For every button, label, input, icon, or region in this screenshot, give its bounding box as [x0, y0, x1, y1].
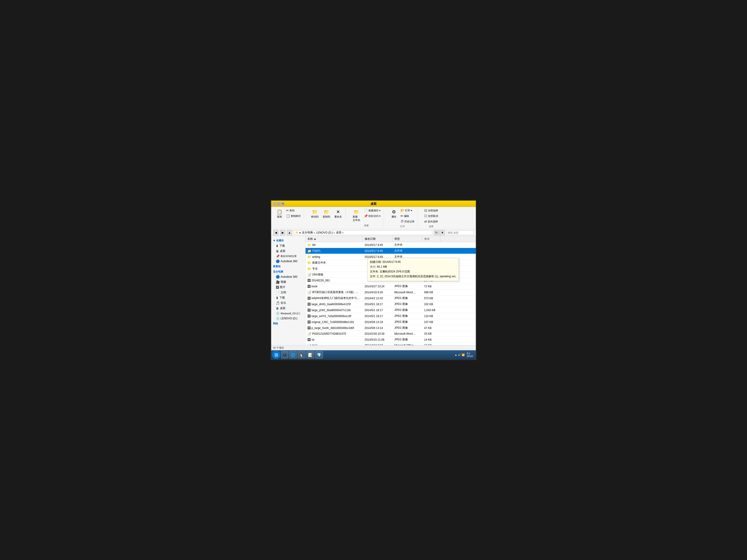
table-row[interactable]: 🖼 sb 2014/5/15 21:06 JPEG 图像 14 KB: [306, 337, 476, 343]
col-header-date[interactable]: 修改日期: [363, 236, 392, 242]
table-row[interactable]: 📝 iBT新托福口语真题答案集（3.0版）【无... 2014/4/18 8:2…: [306, 289, 476, 295]
sidebar-item-d-drive[interactable]: 💿 LENOVO (D:): [271, 316, 305, 321]
doc-icon: 📝: [307, 273, 311, 276]
taskbar-word[interactable]: 📝: [306, 351, 314, 358]
deselect-all-button[interactable]: ☐ 全部取消: [423, 213, 439, 218]
taskbar: ⊞ 🗂 🌐 🐧 📝 💎 ▲ 🔊 📶 8:1 2014/: [271, 350, 476, 359]
sidebar-item-recent[interactable]: 📌 最近访问的位置: [271, 254, 305, 259]
history-button[interactable]: ⏱ 历史记录: [400, 219, 416, 224]
ribbon: 📋 复制 ✂ 剪切 📋 复制路径: [271, 207, 476, 229]
new-folder-icon: 📁: [354, 209, 359, 215]
cut-icon: ✂: [286, 209, 289, 212]
ribbon-col-cut: ✂ 剪切 📋 复制路径: [285, 208, 302, 218]
open-button[interactable]: 📂 打开 ▾: [400, 208, 416, 213]
rename-button[interactable]: ✕ 重命名: [333, 208, 343, 220]
file-list-header: 名称 ▲ 修改日期 类型 大小: [306, 236, 476, 242]
sidebar-item-music[interactable]: 🎵 音乐: [271, 300, 305, 305]
invert-selection-button[interactable]: ⇄ 反向选择: [423, 219, 439, 224]
tooltip-date-label: 创建日期:: [370, 260, 382, 264]
tooltip-size-value: 40.1 MB: [377, 265, 387, 268]
sidebar-favorites-header[interactable]: ★ 收藏夹: [271, 238, 305, 243]
sidebar-item-pictures[interactable]: 🖼 图片: [271, 285, 305, 290]
sidebar-item-autodesk[interactable]: 🔵 Autodesk 360: [271, 274, 305, 279]
table-row[interactable]: 📁 IW 2014/5/17 9:45 文件夹: [306, 242, 476, 248]
start-button[interactable]: ⊞: [272, 351, 280, 359]
table-row[interactable]: 📁 TOEFL 2014/5/17 9:45 文件夹: [306, 248, 476, 254]
folder-icon: 📁: [307, 255, 311, 259]
ribbon-open-buttons: ⚙ 属性 📂 打开 ▾ ✏ 编辑 ⏱: [389, 208, 416, 224]
ribbon-new-buttons: 📁 新建文件夹 📄 新建项目 ▾ 📌 轻松访问 ▾: [351, 208, 382, 223]
col-header-name[interactable]: 名称 ▲: [306, 236, 363, 242]
taskbar-chrome[interactable]: 🌐: [289, 351, 297, 358]
move-to-button[interactable]: 📁 移动到: [309, 208, 320, 220]
new-item-button[interactable]: 📄 新建项目 ▾: [363, 208, 382, 213]
easy-access-button[interactable]: 📌 轻松访问 ▾: [363, 213, 382, 218]
edit-button[interactable]: ✏ 编辑: [400, 213, 416, 218]
download-icon: ⬇: [276, 244, 279, 248]
tooltip-row-date: 创建日期: 2014/5/17 9:45: [370, 260, 456, 264]
sidebar-item-desktop2[interactable]: 🖥 桌面: [271, 305, 305, 311]
properties-button[interactable]: ⚙ 属性: [389, 208, 398, 220]
table-row[interactable]: 🖼 large_dHIG_0aa6000066e4125f 2014/5/1 1…: [306, 301, 476, 307]
col-header-type[interactable]: 类型: [392, 236, 422, 242]
sidebar-item-autodesk-fav[interactable]: 🔵 Autodesk 360: [271, 259, 305, 264]
taskbar-clock: 8:1 2014/: [467, 352, 473, 357]
sidebar-item-c-drive[interactable]: 💿 Windows8_OS (C:): [271, 311, 305, 316]
desktop-icon: 🖥: [276, 249, 279, 253]
table-row[interactable]: 📊 tpo1 2014/4/24 0:02 Microsoft Office..…: [306, 343, 476, 345]
invert-icon: ⇄: [424, 220, 427, 223]
close-button[interactable]: ✕: [281, 202, 284, 206]
new-folder-button[interactable]: 📁 新建文件夹: [351, 208, 362, 223]
desktop2-icon: 🖥: [276, 306, 279, 310]
taskbar-file-explorer[interactable]: 🗂: [281, 351, 288, 358]
taskbar-qq[interactable]: 🐧: [298, 351, 306, 358]
table-row[interactable]: 🖼 book 2014/3/27 23:24 JPEG 图像 72 KB: [306, 284, 476, 289]
forward-button[interactable]: ▶: [280, 230, 285, 235]
copy-to-button[interactable]: 📁 复制到: [321, 208, 332, 220]
sidebar-item-documents[interactable]: 📄 文档: [271, 290, 305, 295]
taskbar-app[interactable]: 💎: [315, 351, 323, 358]
table-row[interactable]: 🖼 p_large_Go0h_3b61000046bc2d0f 2014/5/8…: [306, 325, 476, 331]
img-icon: 🖼: [307, 326, 311, 330]
sidebar-network-header[interactable]: 网络: [271, 321, 305, 326]
move-icon: 📁: [312, 209, 318, 215]
table-row[interactable]: 🖼 original_2J5C_7c0000000d8e1191 2014/5/…: [306, 319, 476, 325]
breadcrumb-sep1: ▸: [300, 231, 301, 234]
breadcrumb-drive[interactable]: LENOVO (D:): [316, 231, 333, 234]
recent-icon: 📌: [276, 255, 280, 258]
easy-access-icon: 📌: [364, 214, 368, 218]
img-icon: 🖼: [307, 296, 311, 300]
table-row[interactable]: 📝 P020121009377428831570 2014/2/28 10:29…: [306, 331, 476, 337]
ribbon-group-new: 📁 新建文件夹 📄 新建项目 ▾ 📌 轻松访问 ▾ 新: [349, 208, 384, 227]
minimize-button[interactable]: ─: [273, 202, 276, 206]
taskbar-time: 8:1: [467, 352, 473, 355]
select-all-icon: ☑: [424, 209, 427, 212]
sidebar-item-downloads[interactable]: ⬇ 下载: [271, 295, 305, 300]
tooltip-row-files: 文件: 2, 22, 2014.5托福独立作文预测机经及思路解析 (1), sp…: [370, 274, 456, 278]
up-button[interactable]: ▲: [287, 230, 292, 235]
back-button[interactable]: ◀: [273, 230, 279, 235]
refresh-button[interactable]: ↻: [434, 230, 439, 235]
col-header-size[interactable]: 大小: [422, 236, 441, 242]
sidebar-thispc-header[interactable]: 这台电脑: [271, 269, 305, 274]
breadcrumb[interactable]: 📁 ▸ 这台电脑 ▸ LENOVO (D:) ▸ 桌面 ▸: [293, 230, 432, 235]
select-all-button[interactable]: ☑ 全部选择: [423, 208, 439, 213]
view-options-button[interactable]: ▼: [440, 230, 445, 235]
copy-path-icon: 📋: [286, 214, 290, 218]
breadcrumb-desktop[interactable]: 桌面: [336, 231, 341, 235]
sidebar-item-desktop[interactable]: 🖥 桌面: [271, 248, 305, 254]
breadcrumb-this-pc[interactable]: 这台电脑: [302, 231, 313, 235]
copy-path-button[interactable]: 📋 复制路径: [285, 213, 302, 218]
table-row[interactable]: 🖼 ladybird老师给入门级托福考生的学习规... 2014/4/2 12:…: [306, 295, 476, 301]
file-tooltip: 创建日期: 2014/5/17 9:45 大小: 40.1 MB 文件夹: 豆瓣…: [367, 258, 459, 281]
sidebar-item-video[interactable]: 🎥 视频: [271, 279, 305, 285]
sidebar-homegroup-header[interactable]: 家庭组: [271, 264, 305, 269]
copy-button[interactable]: 📋 复制: [275, 208, 284, 220]
maximize-button[interactable]: □: [277, 202, 280, 206]
sidebar-item-download[interactable]: ⬇ 下载: [271, 243, 305, 248]
search-input[interactable]: [446, 230, 474, 235]
cut-button[interactable]: ✂ 剪切: [285, 208, 302, 213]
table-row[interactable]: 🖼 large_w4Y6_7a5a0000608a118f 2014/5/1 1…: [306, 313, 476, 319]
table-row[interactable]: 🖼 large_j1W1_6ba80000427c118c 2014/5/1 1…: [306, 307, 476, 313]
breadcrumb-sep3: ▸: [334, 231, 335, 234]
